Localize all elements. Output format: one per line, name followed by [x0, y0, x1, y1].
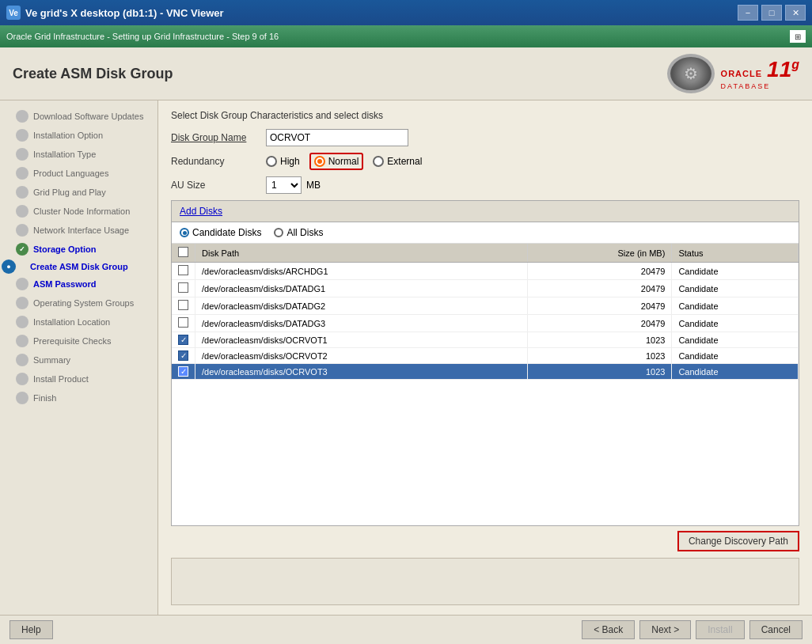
oracle-database-label: DATABASE	[721, 82, 799, 90]
sidebar-item-product-languages[interactable]: Product Languages	[0, 164, 157, 183]
row-checkbox-1[interactable]	[178, 265, 188, 275]
step-icon-installation-location	[16, 316, 28, 328]
au-size-select[interactable]: 1 2 4	[266, 176, 302, 194]
sidebar-item-install-product[interactable]: Install Product	[0, 369, 157, 388]
sidebar-item-summary[interactable]: Summary	[0, 350, 157, 369]
sidebar-item-installation-location[interactable]: Installation Location	[0, 313, 157, 331]
sidebar-label-install-product: Install Product	[33, 374, 89, 384]
filter-all-label: All Disks	[286, 227, 323, 238]
sidebar-label-summary: Summary	[33, 355, 70, 365]
step-icon-grid-plug	[16, 186, 28, 199]
sidebar-label-storage-option: Storage Option	[33, 244, 96, 254]
radio-external[interactable]	[373, 156, 384, 167]
disk-table-header: Disk Path Size (in MB) Status	[172, 244, 799, 263]
sidebar-item-network-interface[interactable]: Network Interface Usage	[0, 221, 157, 240]
radio-high-label: High	[280, 156, 300, 167]
sidebar-item-cluster-node[interactable]: Cluster Node Information	[0, 202, 157, 221]
install-button[interactable]: Install	[696, 620, 744, 639]
row-checkbox-5[interactable]: ✓	[178, 335, 188, 345]
sidebar-item-prereq-checks[interactable]: Prerequisite Checks	[0, 331, 157, 350]
radio-all[interactable]	[274, 228, 283, 237]
next-button[interactable]: Next >	[639, 620, 691, 639]
disk-table: Disk Path Size (in MB) Status /dev/oracl…	[172, 244, 799, 525]
vnc-icon: Ve	[6, 6, 21, 20]
step-icon-installation-option	[16, 129, 28, 142]
footer: Help < Back Next > Install Cancel	[0, 615, 812, 644]
page-title: Create ASM Disk Group	[13, 66, 173, 82]
table-row[interactable]: /dev/oracleasm/disks/DATADG3 20479 Candi…	[172, 315, 799, 332]
table-row[interactable]: ✓ /dev/oracleasm/disks/OCRVOT1 1023 Cand…	[172, 332, 799, 348]
row-checkbox-2[interactable]	[178, 282, 188, 293]
header: Create ASM Disk Group ⚙ ORACLE 11g DATAB…	[0, 47, 812, 100]
disk-group-name-label: Disk Group Name	[171, 132, 266, 143]
oracle-gear-icon: ⚙	[667, 54, 715, 93]
row-checkbox-4[interactable]	[178, 317, 188, 328]
disk-status-7: Candidate	[672, 364, 799, 380]
redundancy-label: Redundancy	[171, 156, 266, 167]
radio-candidate[interactable]	[180, 228, 189, 237]
back-button[interactable]: < Back	[582, 620, 635, 639]
oracle-toolbar-icon[interactable]: ⊞	[790, 30, 806, 43]
filter-all-option[interactable]: All Disks	[274, 227, 323, 238]
step-icon-asm-password	[16, 278, 28, 290]
step-icon-download	[16, 110, 28, 123]
radio-high[interactable]	[266, 156, 277, 167]
row-checkbox-3[interactable]	[178, 300, 188, 310]
minimize-button[interactable]: −	[738, 5, 758, 21]
maximize-button[interactable]: □	[761, 5, 782, 21]
disk-size-3: 20479	[527, 297, 672, 315]
disk-status-4: Candidate	[672, 315, 799, 332]
redundancy-normal-option[interactable]: Normal	[309, 153, 364, 170]
table-row[interactable]: ✓ /dev/oracleasm/disks/OCRVOT2 1023 Cand…	[172, 348, 799, 364]
sidebar-label-os-groups: Operating System Groups	[33, 298, 134, 308]
row-checkbox-6[interactable]: ✓	[178, 350, 188, 361]
oracle-toolbar-text: Oracle Grid Infrastructure - Setting up …	[6, 32, 279, 41]
disk-group-name-row: Disk Group Name	[171, 129, 799, 146]
filter-candidate-option[interactable]: Candidate Disks	[180, 227, 261, 238]
au-size-label: AU Size	[171, 180, 266, 191]
disk-status-6: Candidate	[672, 348, 799, 364]
row-checkbox-7[interactable]: ✓	[178, 366, 188, 377]
oracle-logo-text: ORACLE 11g DATABASE	[721, 57, 799, 90]
redundancy-high-option[interactable]: High	[266, 156, 300, 167]
sidebar-item-installation-option[interactable]: Installation Option	[0, 126, 157, 145]
sidebar-item-os-groups[interactable]: Operating System Groups	[0, 294, 157, 313]
disk-table-body: /dev/oracleasm/disks/ARCHDG1 20479 Candi…	[172, 263, 799, 380]
table-row[interactable]: /dev/oracleasm/disks/DATADG2 20479 Candi…	[172, 297, 799, 315]
sidebar-item-installation-type[interactable]: Installation Type	[0, 145, 157, 164]
radio-normal[interactable]	[314, 156, 325, 167]
change-discovery-path-button[interactable]: Change Discovery Path	[677, 531, 799, 551]
add-disks-link[interactable]: Add Disks	[180, 206, 222, 217]
cancel-button[interactable]: Cancel	[749, 620, 803, 639]
oracle-toolbar: Oracle Grid Infrastructure - Setting up …	[0, 25, 812, 47]
select-all-checkbox[interactable]	[178, 247, 188, 257]
radio-normal-label: Normal	[328, 156, 359, 167]
step-icon-create-asm: ●	[2, 259, 16, 274]
au-size-row: AU Size 1 2 4 MB	[171, 176, 799, 194]
col-disk-path: Disk Path	[195, 244, 528, 263]
disk-group-name-input[interactable]	[266, 129, 408, 146]
table-row[interactable]: ✓ /dev/oracleasm/disks/OCRVOT3 1023 Cand…	[172, 364, 799, 380]
section-title: Select Disk Group Characteristics and se…	[171, 110, 799, 121]
table-row[interactable]: /dev/oracleasm/disks/DATADG1 20479 Candi…	[172, 280, 799, 297]
oracle-version: 11g	[767, 57, 799, 82]
step-icon-product-languages	[16, 167, 28, 180]
redundancy-external-option[interactable]: External	[373, 156, 422, 167]
sidebar-item-grid-plug[interactable]: Grid Plug and Play	[0, 183, 157, 202]
sidebar-item-storage-option[interactable]: ✓ Storage Option	[0, 240, 157, 259]
close-button[interactable]: ✕	[785, 5, 806, 21]
sidebar-item-finish[interactable]: Finish	[0, 388, 157, 407]
table-row[interactable]: /dev/oracleasm/disks/ARCHDG1 20479 Candi…	[172, 263, 799, 280]
sidebar-label-installation-location: Installation Location	[33, 317, 110, 327]
sidebar-item-asm-password[interactable]: ASM Password	[0, 275, 157, 294]
disk-size-5: 1023	[527, 332, 672, 348]
help-button[interactable]: Help	[9, 620, 53, 639]
disk-path-5: /dev/oracleasm/disks/OCRVOT1	[195, 332, 528, 348]
sidebar-label-asm-password: ASM Password	[33, 279, 96, 289]
sidebar-item-create-asm[interactable]: ● Create ASM Disk Group	[0, 259, 157, 275]
sidebar-item-download[interactable]: Download Software Updates	[0, 107, 157, 126]
disk-filter: Candidate Disks All Disks	[172, 222, 799, 244]
redundancy-row: Redundancy High Normal External	[171, 153, 799, 170]
step-icon-os-groups	[16, 297, 28, 309]
au-size-unit: MB	[306, 180, 321, 191]
